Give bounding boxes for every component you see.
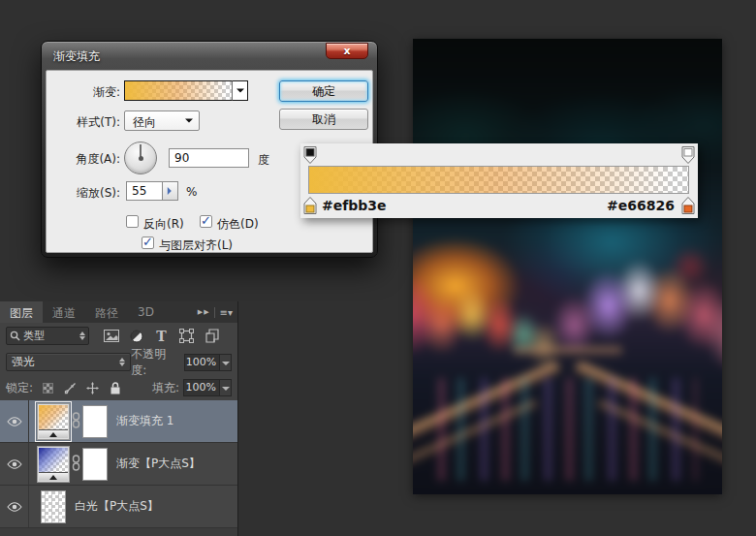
gradient-thumb-slider-icon bbox=[39, 472, 68, 481]
filter-spin-icon bbox=[79, 329, 85, 343]
lock-all-icon[interactable] bbox=[108, 381, 122, 395]
photo-art bbox=[413, 39, 722, 494]
tab-3d[interactable]: 3D bbox=[128, 301, 164, 323]
fill-dropdown-icon[interactable] bbox=[220, 379, 232, 396]
lock-transparency-icon[interactable] bbox=[41, 381, 55, 395]
gradient-thumb-preview bbox=[39, 448, 68, 472]
style-label: 样式(T): bbox=[52, 114, 120, 131]
lock-label: 锁定: bbox=[6, 380, 33, 396]
lock-position-move-icon[interactable] bbox=[85, 381, 100, 395]
gradient-dropdown-arrow-icon[interactable] bbox=[232, 80, 248, 101]
opacity-dropdown-icon[interactable] bbox=[220, 354, 232, 371]
visibility-toggle[interactable] bbox=[0, 443, 29, 485]
panel-tabbar: 图层 通道 路径 3D ▶▶ ≡▾ bbox=[0, 301, 237, 323]
collapse-panel-icon[interactable]: ▶▶ bbox=[198, 308, 210, 316]
angle-label: 角度(A): bbox=[52, 151, 120, 168]
eye-icon bbox=[7, 502, 22, 512]
lock-row: 锁定: 填充: 100% bbox=[0, 375, 237, 400]
angle-unit: 度 bbox=[258, 152, 269, 169]
visibility-toggle[interactable] bbox=[0, 400, 29, 442]
tab-channels[interactable]: 通道 bbox=[43, 301, 85, 323]
style-select[interactable]: 径向 bbox=[124, 110, 200, 131]
eye-icon bbox=[7, 417, 22, 426]
layer-list: 渐变填充 1 渐变【P大点S】 bbox=[0, 400, 237, 536]
tab-paths[interactable]: 路径 bbox=[85, 301, 128, 323]
gradient-preview-swatch[interactable] bbox=[124, 80, 233, 101]
filter-pixel-layers-icon[interactable] bbox=[103, 328, 119, 344]
layers-panel: 图层 通道 路径 3D ▶▶ ≡▾ 类型 T bbox=[0, 301, 238, 536]
gradient-fill-thumbnail[interactable] bbox=[37, 403, 70, 440]
opacity-stop-start-icon[interactable] bbox=[302, 145, 318, 165]
layer-row-gradient-pdds[interactable]: 渐变【P大点S】 bbox=[0, 443, 237, 486]
link-mask-icon bbox=[72, 455, 80, 474]
filter-smart-objects-icon[interactable] bbox=[204, 328, 220, 344]
gradient-editor-strip: #efbb3e #e66826 bbox=[300, 143, 698, 218]
gradient-label: 渐变: bbox=[52, 84, 120, 101]
photo-water-reflections bbox=[438, 378, 697, 480]
fill-label: 填充: bbox=[152, 380, 179, 396]
layer-list-empty-area bbox=[0, 528, 237, 536]
dither-label: 仿色(D) bbox=[217, 216, 259, 233]
opacity-value[interactable]: 100% bbox=[184, 354, 220, 371]
blend-spin-icon bbox=[119, 355, 125, 369]
blend-mode-value: 强光 bbox=[12, 354, 35, 370]
layer-row-white-light[interactable]: 白光【P大点S】 bbox=[0, 486, 237, 528]
search-icon bbox=[10, 331, 20, 341]
opacity-label: 不透明度: bbox=[131, 346, 180, 379]
scale-label: 缩放(S): bbox=[52, 185, 120, 202]
angle-dial[interactable] bbox=[124, 142, 157, 174]
opacity-stop-end-icon[interactable] bbox=[680, 145, 696, 165]
align-with-layer-checkbox[interactable] bbox=[142, 236, 154, 249]
gradient-thumb-slider-icon bbox=[39, 429, 68, 438]
filter-type-layers-icon[interactable]: T bbox=[153, 328, 170, 344]
chevron-down-icon bbox=[181, 111, 197, 130]
gradient-bar[interactable] bbox=[308, 166, 689, 194]
panel-menu-icon[interactable]: ≡▾ bbox=[214, 307, 233, 318]
filter-type-select[interactable]: 类型 bbox=[6, 327, 89, 345]
filter-adjustment-layers-icon[interactable] bbox=[128, 328, 144, 344]
photoshop-workspace: 渐变填充 x 渐变: 确定 取消 样式(T): 径向 角度(A): 度 缩放(S… bbox=[0, 0, 756, 536]
ok-button[interactable]: 确定 bbox=[279, 80, 368, 102]
layer-name: 白光【P大点S】 bbox=[75, 498, 159, 515]
dialog-title: 渐变填充 bbox=[53, 48, 100, 65]
layer-mask-thumbnail[interactable] bbox=[82, 405, 108, 438]
reverse-label: 反向(R) bbox=[143, 216, 184, 233]
layer-name: 渐变【P大点S】 bbox=[116, 456, 201, 472]
lock-pixels-brush-icon[interactable] bbox=[63, 381, 78, 395]
color-stop-start-icon[interactable] bbox=[302, 196, 318, 215]
tab-layers[interactable]: 图层 bbox=[0, 301, 43, 323]
gradient-fill-thumbnail[interactable] bbox=[37, 446, 70, 483]
layer-thumbnail-transparent[interactable] bbox=[41, 490, 66, 523]
color-stop-end-icon[interactable] bbox=[680, 196, 696, 215]
start-hex-label: #efbb3e bbox=[322, 198, 387, 213]
city-night-photo bbox=[413, 39, 722, 494]
filter-type-label: 类型 bbox=[23, 329, 45, 343]
angle-input[interactable] bbox=[169, 148, 249, 168]
scale-input[interactable] bbox=[126, 181, 163, 201]
fill-value[interactable]: 100% bbox=[183, 379, 220, 396]
scale-unit: % bbox=[186, 185, 197, 199]
dither-checkbox[interactable] bbox=[200, 215, 212, 228]
cancel-button[interactable]: 取消 bbox=[279, 109, 368, 130]
scale-spinner-icon[interactable] bbox=[163, 181, 178, 201]
end-hex-label: #e66826 bbox=[607, 198, 675, 213]
align-with-layer-label: 与图层对齐(L) bbox=[159, 237, 233, 254]
visibility-toggle[interactable] bbox=[0, 486, 29, 527]
layer-mask-thumbnail[interactable] bbox=[82, 448, 108, 481]
angle-dial-hub bbox=[139, 156, 143, 161]
blend-mode-select[interactable]: 强光 bbox=[6, 353, 131, 371]
layer-filter-row: 类型 T bbox=[0, 323, 237, 349]
filter-shape-layers-icon[interactable] bbox=[178, 328, 195, 344]
gradient-thumb-preview bbox=[39, 405, 68, 429]
reverse-checkbox[interactable] bbox=[126, 215, 139, 228]
layer-name: 渐变填充 1 bbox=[116, 413, 173, 429]
style-value: 径向 bbox=[133, 115, 156, 129]
blend-mode-row: 强光 不透明度: 100% bbox=[0, 349, 237, 375]
layer-row-gradient-fill-1[interactable]: 渐变填充 1 bbox=[0, 400, 237, 443]
eye-icon bbox=[7, 459, 22, 469]
photo-bridge bbox=[513, 347, 621, 356]
close-button[interactable]: x bbox=[326, 43, 368, 59]
link-mask-icon bbox=[72, 412, 80, 431]
